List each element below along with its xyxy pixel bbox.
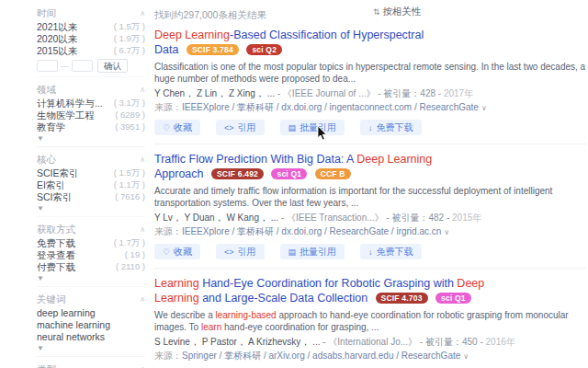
expand-more-icon[interactable]: ▼ bbox=[37, 274, 145, 282]
filter-section-field: 领域 ∧ 计算机科学与... ( 3.1万 ) 生物医学工程 ( 6289 ) … bbox=[37, 84, 145, 147]
filter-item-computer-science[interactable]: 计算机科学与... ( 3.1万 ) bbox=[37, 98, 145, 109]
collapse-icon[interactable]: ∧ bbox=[140, 224, 145, 236]
batch-cite-button[interactable]: ▤批量引用 bbox=[280, 120, 345, 135]
section-title-type: 类型 bbox=[37, 363, 56, 368]
impact-factor-badge: SCIF 3.784 bbox=[187, 44, 239, 56]
result-abstract: We describe a learning-based approach to… bbox=[154, 309, 586, 333]
filter-item-login-view[interactable]: 登录查看 ( 19 ) bbox=[37, 249, 145, 260]
favorite-button[interactable]: ♡收藏 bbox=[154, 244, 200, 259]
expand-more-icon[interactable]: ▼ bbox=[37, 134, 145, 143]
result-meta: Y Lv， Y Duan， W Kang， ... - 《IEEE Transa… bbox=[154, 213, 586, 224]
scholar-search-page: 时间 ∧ 2021以来 ( 1.5万 ) 2020以来 ( 1.9万 ) 201… bbox=[0, 0, 588, 368]
authors-link[interactable]: Y Lv， Y Duan， W Kang， ... bbox=[154, 213, 278, 223]
year-range-row: — 确认 bbox=[37, 59, 145, 73]
authors-link[interactable]: S Levine， P Pastor， A Krizhevsky， ... bbox=[154, 337, 320, 347]
result-meta: Y Chen， Z Lin， Z Xing， ... - 《IEEE Journ… bbox=[154, 88, 586, 99]
result-sources: 来源：IEEEXplore / 掌桥科研 / dx.doi.org / inge… bbox=[154, 102, 586, 114]
result-title[interactable]: Traffic Flow Prediction With Big Data: A… bbox=[154, 153, 563, 181]
collapse-icon[interactable]: ∧ bbox=[140, 154, 145, 166]
filter-item-scie[interactable]: SCIE索引 ( 1.5万 ) bbox=[37, 167, 145, 178]
cite-button[interactable]: <>引用 bbox=[216, 120, 265, 135]
sort-icon: ⇅ bbox=[373, 7, 380, 17]
result-sources: 来源：IEEEXplore / 掌桥科研 / dx.doi.org / Rese… bbox=[154, 226, 586, 238]
filter-sidebar: 时间 ∧ 2021以来 ( 1.5万 ) 2020以来 ( 1.9万 ) 201… bbox=[37, 7, 145, 368]
source-links[interactable]: IEEEXplore / 掌桥科研 / dx.doi.org / ingenta… bbox=[182, 102, 479, 112]
search-result-3: Learning Hand-Eye Coordination for Robot… bbox=[154, 268, 586, 368]
filter-item-paid-download[interactable]: 付费下载 ( 2110 ) bbox=[37, 261, 145, 272]
publish-year: 2016年 bbox=[486, 337, 515, 347]
favorite-button[interactable]: ♡收藏 bbox=[154, 120, 200, 135]
filter-item-machine-learning[interactable]: machine learning bbox=[37, 319, 145, 330]
result-sources: 来源：Springer / 掌桥科研 / arXiv.org / adsabs.… bbox=[154, 351, 586, 362]
impact-factor-badge: SCIF 4.703 bbox=[376, 293, 428, 305]
chevron-down-icon[interactable]: ∨ bbox=[463, 352, 469, 361]
publish-year: 2017年 bbox=[444, 88, 473, 98]
expand-more-icon[interactable]: ▼ bbox=[37, 344, 145, 352]
collapse-icon[interactable]: ∧ bbox=[140, 84, 145, 96]
collapse-icon[interactable]: ∧ bbox=[140, 363, 145, 368]
free-download-button[interactable]: ↓免费下载 bbox=[360, 244, 422, 259]
result-actions: ♡收藏 <>引用 ▤批量引用 ↓免费下载 bbox=[154, 244, 586, 259]
result-title[interactable]: Learning Hand-Eye Coordination for Robot… bbox=[154, 277, 563, 305]
result-abstract: Classification is one of the most popula… bbox=[154, 61, 586, 85]
results-topbar: 找到约297,000条相关结果 ⇅ 按相关性 bbox=[154, 6, 586, 20]
expand-more-icon[interactable]: ▼ bbox=[37, 204, 145, 213]
batch-cite-button[interactable]: ▤批量引用 bbox=[280, 244, 345, 259]
chevron-down-icon[interactable]: ∨ bbox=[481, 104, 487, 112]
section-title-keywords: 关键词 bbox=[37, 293, 66, 305]
venue-citations: - 《IEEE Transaction...》 - 被引量：482 - bbox=[278, 213, 452, 223]
result-title[interactable]: Deep Learning-Based Classification of Hy… bbox=[154, 29, 563, 57]
filter-item-sci[interactable]: SCI索引 ( 7616 ) bbox=[37, 191, 145, 202]
mouse-cursor bbox=[317, 126, 328, 141]
source-links[interactable]: Springer / 掌桥科研 / arXiv.org / adsabs.har… bbox=[182, 351, 460, 361]
batch-cite-icon: ▤ bbox=[288, 247, 297, 258]
range-separator: — bbox=[61, 62, 69, 71]
results-panel: 找到约297,000条相关结果 ⇅ 按相关性 Deep Learning-Bas… bbox=[154, 6, 586, 368]
venue-citations: - 《International Jo...》 - 被引量：450 - bbox=[320, 337, 485, 347]
authors-link[interactable]: Y Chen， Z Lin， Z Xing， ... bbox=[154, 88, 275, 98]
download-icon: ↓ bbox=[368, 247, 373, 258]
filter-item-since-2015[interactable]: 2015以来 ( 6.7万 ) bbox=[37, 45, 145, 56]
filter-section-keywords: 关键词 ∧ deep learning machine learning neu… bbox=[37, 293, 145, 357]
search-result-1: Deep Learning-Based Classification of Hy… bbox=[154, 20, 586, 144]
sci-quartile-badge: sci Q1 bbox=[435, 293, 471, 305]
search-result-2: Traffic Flow Prediction With Big Data: A… bbox=[154, 144, 586, 268]
publish-year: 2015年 bbox=[452, 213, 481, 223]
section-title-field: 领域 bbox=[37, 84, 56, 96]
batch-cite-icon: ▤ bbox=[288, 122, 297, 133]
download-icon: ↓ bbox=[368, 122, 373, 133]
free-download-button[interactable]: ↓免费下载 bbox=[360, 120, 422, 135]
filter-item-ei[interactable]: EI索引 ( 1.1万 ) bbox=[37, 179, 145, 190]
heart-icon: ♡ bbox=[163, 247, 170, 258]
sort-by-relevance[interactable]: ⇅ 按相关性 bbox=[373, 6, 422, 18]
collapse-icon[interactable]: ∧ bbox=[140, 7, 145, 19]
filter-item-since-2020[interactable]: 2020以来 ( 1.9万 ) bbox=[37, 33, 145, 44]
filter-item-free-download[interactable]: 免费下载 ( 1.7万 ) bbox=[37, 237, 145, 248]
year-to-input[interactable] bbox=[72, 60, 93, 72]
impact-factor-badge: SCIF 6.492 bbox=[211, 168, 264, 180]
ccf-rank-badge: CCF B bbox=[315, 168, 351, 180]
filter-section-type: 类型 ∧ 期刊 学位 会议 ▼ bbox=[37, 363, 145, 368]
source-links[interactable]: IEEEXplore / 掌桥科研 / dx.doi.org / Researc… bbox=[182, 226, 441, 236]
cite-icon: <> bbox=[224, 247, 234, 258]
chevron-down-icon[interactable]: ∨ bbox=[444, 228, 449, 236]
filter-item-education[interactable]: 教育学 ( 3951 ) bbox=[37, 121, 145, 132]
sci-quartile-badge: sci Q1 bbox=[271, 168, 307, 180]
heart-icon: ♡ bbox=[163, 122, 170, 133]
result-abstract: Accurate and timely traffic flow informa… bbox=[154, 185, 586, 209]
section-title-access: 获取方式 bbox=[37, 224, 75, 236]
filter-item-neural-networks[interactable]: neural networks bbox=[37, 331, 145, 342]
section-title-time: 时间 bbox=[37, 7, 56, 19]
cite-button[interactable]: <>引用 bbox=[216, 244, 265, 259]
results-count: 找到约297,000条相关结果 bbox=[154, 9, 266, 20]
venue-citations: - 《IEEE Journal of ...》 - 被引量：428 - bbox=[275, 88, 444, 98]
filter-section-access: 获取方式 ∧ 免费下载 ( 1.7万 ) 登录查看 ( 19 ) 付费下载 ( … bbox=[37, 224, 145, 287]
filter-item-biomedical[interactable]: 生物医学工程 ( 6289 ) bbox=[37, 109, 145, 121]
filter-item-since-2021[interactable]: 2021以来 ( 1.5万 ) bbox=[37, 21, 145, 32]
year-from-input[interactable] bbox=[37, 60, 58, 72]
filter-item-deep-learning[interactable]: deep learning bbox=[37, 307, 145, 318]
collapse-icon[interactable]: ∧ bbox=[140, 293, 145, 305]
sci-quartile-badge: sci Q2 bbox=[246, 44, 282, 56]
confirm-button[interactable]: 确认 bbox=[97, 59, 128, 73]
filter-section-core-index: 核心 ∧ SCIE索引 ( 1.5万 ) EI索引 ( 1.1万 ) SCI索引… bbox=[37, 154, 145, 217]
